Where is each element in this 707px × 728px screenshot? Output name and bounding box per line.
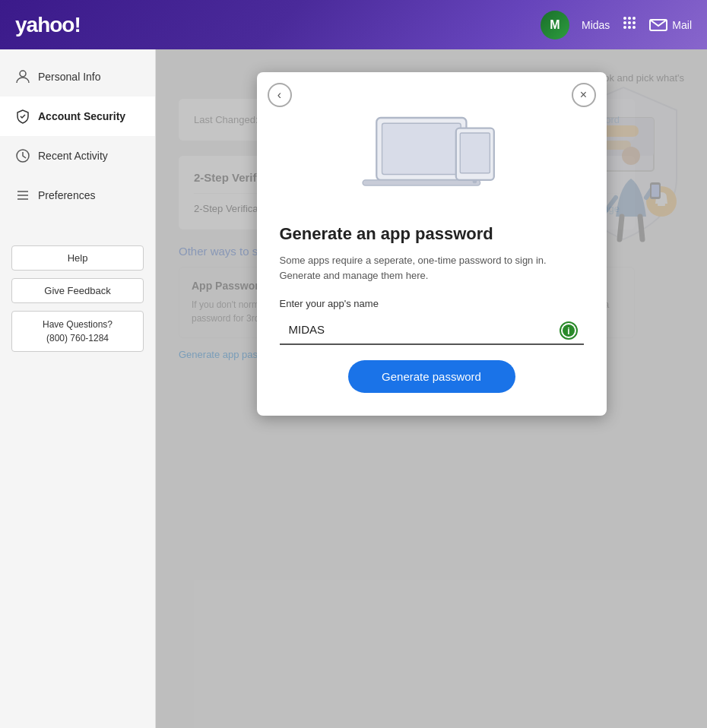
main-layout: Personal Info Account Security Recent Ac… bbox=[0, 49, 707, 728]
avatar[interactable]: M bbox=[541, 11, 569, 40]
sidebar-label-recent-activity: Recent Activity bbox=[38, 150, 108, 162]
svg-point-3 bbox=[623, 21, 626, 24]
svg-rect-32 bbox=[460, 133, 490, 173]
generate-password-button[interactable]: Generate password bbox=[348, 360, 515, 393]
password-manager-icon: i bbox=[560, 321, 578, 340]
sidebar-item-personal-info[interactable]: Personal Info bbox=[0, 57, 155, 97]
contact-info: Have Questions? (800) 760-1284 bbox=[11, 311, 144, 352]
contact-phone: (800) 760-1284 bbox=[21, 331, 134, 345]
modal-input-label: Enter your app's name bbox=[280, 298, 584, 309]
modal-description: Some apps require a seperate, one-time p… bbox=[280, 253, 584, 283]
svg-point-4 bbox=[628, 21, 631, 24]
help-button[interactable]: Help bbox=[11, 245, 144, 271]
modal-back-button[interactable]: ‹ bbox=[268, 83, 292, 107]
svg-point-8 bbox=[632, 26, 636, 29]
header-username: Midas bbox=[582, 19, 610, 31]
list-icon bbox=[15, 188, 30, 203]
yahoo-logo: yahoo! bbox=[15, 13, 81, 37]
svg-point-1 bbox=[628, 17, 631, 20]
svg-point-10 bbox=[20, 71, 26, 77]
svg-point-33 bbox=[472, 179, 476, 183]
back-icon: ‹ bbox=[277, 88, 281, 102]
svg-point-5 bbox=[632, 21, 636, 24]
clock-icon bbox=[15, 148, 30, 163]
content-area: ke a look and pick what's Last Changed: … bbox=[156, 49, 707, 728]
sidebar-item-preferences[interactable]: Preferences bbox=[0, 176, 155, 215]
svg-point-2 bbox=[632, 17, 636, 20]
sidebar-buttons: Help Give Feedback Have Questions? (800)… bbox=[0, 238, 155, 359]
modal-overlay: ‹ × bbox=[156, 49, 707, 728]
app-name-input[interactable] bbox=[280, 315, 584, 345]
sidebar-label-preferences: Preferences bbox=[38, 189, 95, 201]
modal-illustration bbox=[280, 103, 584, 209]
sidebar-label-personal-info: Personal Info bbox=[38, 71, 101, 83]
header: yahoo! M Midas Mail bbox=[0, 0, 707, 49]
shield-icon bbox=[15, 109, 30, 124]
svg-point-0 bbox=[623, 17, 626, 20]
close-icon: × bbox=[580, 88, 587, 102]
modal-dialog: ‹ × bbox=[257, 72, 607, 416]
svg-rect-29 bbox=[382, 123, 461, 174]
feedback-button[interactable]: Give Feedback bbox=[11, 278, 144, 303]
sidebar-label-account-security: Account Security bbox=[38, 110, 125, 122]
contact-question: Have Questions? bbox=[21, 318, 134, 331]
svg-point-6 bbox=[623, 26, 626, 29]
modal-close-button[interactable]: × bbox=[572, 83, 596, 107]
svg-point-7 bbox=[628, 26, 631, 29]
sidebar: Personal Info Account Security Recent Ac… bbox=[0, 49, 156, 728]
sidebar-item-account-security[interactable]: Account Security bbox=[0, 97, 155, 136]
mail-label: Mail bbox=[672, 19, 692, 31]
svg-text:i: i bbox=[567, 326, 569, 337]
grid-icon[interactable] bbox=[622, 15, 637, 34]
header-right: M Midas Mail bbox=[541, 11, 692, 40]
app-name-input-wrap: i bbox=[280, 315, 584, 345]
mail-area[interactable]: Mail bbox=[649, 19, 692, 31]
person-icon bbox=[15, 69, 30, 84]
sidebar-item-recent-activity[interactable]: Recent Activity bbox=[0, 136, 155, 176]
modal-title: Generate an app password bbox=[280, 224, 584, 244]
